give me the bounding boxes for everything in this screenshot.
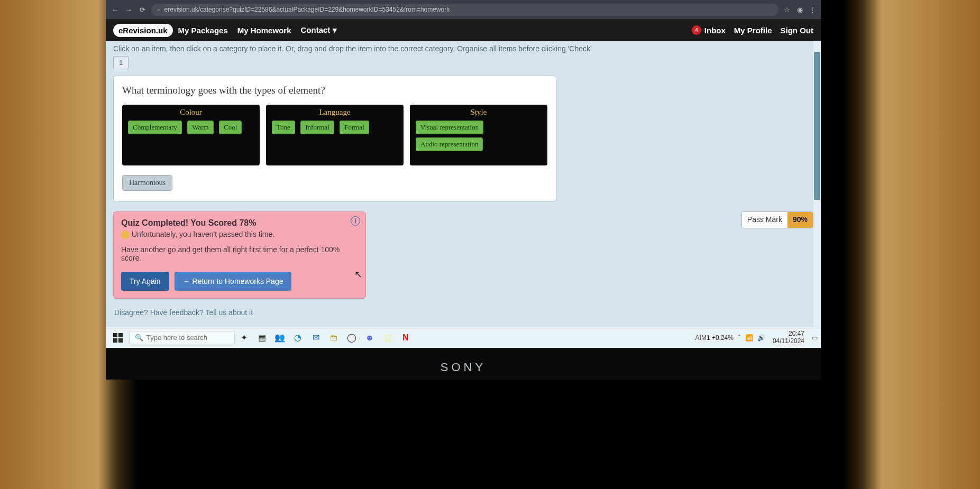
nav-my-packages[interactable]: My Packages	[178, 26, 228, 35]
forward-icon[interactable]: →	[124, 6, 133, 14]
address-bar[interactable]: ◦ erevision.uk/categorise?quizID=22586&a…	[151, 4, 778, 16]
browser-toolbar: ← → ⟳ ◦ erevision.uk/categorise?quizID=2…	[106, 0, 821, 19]
item-chip[interactable]: Audio representation	[416, 137, 483, 151]
return-homeworks-button[interactable]: ← Return to Homeworks Page	[175, 272, 292, 291]
passmark-badge: Pass Mark 90%	[741, 211, 813, 228]
site-info-icon[interactable]: ◦	[158, 6, 160, 14]
taskbar-search-input[interactable]	[146, 334, 221, 342]
url-text: erevision.uk/categorise?quizID=22586&act…	[164, 6, 450, 13]
passmark-value: 90%	[787, 212, 813, 228]
item-chip[interactable]: Formal	[340, 121, 369, 134]
item-chip[interactable]: Complementary	[128, 121, 182, 134]
task-view-icon[interactable]: ▤	[256, 332, 268, 344]
system-tray: AIM1 +0.24% ˄ 📶 🔊 20:47 04/11/2024 ▭	[695, 330, 818, 344]
item-chip[interactable]: Visual representation	[416, 121, 483, 134]
result-line2: Have another go and get them all right f…	[121, 245, 359, 262]
tray-chevron-up-icon[interactable]: ˄	[738, 334, 741, 342]
sad-face-icon	[121, 230, 130, 239]
svg-rect-3	[118, 338, 123, 343]
category-style[interactable]: Style Visual representation Audio repres…	[410, 105, 547, 165]
browser-menu-icon[interactable]: ⋮	[808, 6, 817, 14]
unplaced-item-chip[interactable]: Harmonious	[122, 175, 172, 191]
outlook-icon[interactable]: ✉	[310, 332, 322, 344]
edge-icon[interactable]: ◔	[292, 332, 304, 344]
category-colour[interactable]: Colour Complementary Warm Cool	[122, 105, 260, 165]
question-text: What terminology goes with the types of …	[122, 85, 547, 96]
svg-rect-0	[113, 333, 117, 337]
result-title: Quiz Completed! You Scored 78%	[121, 218, 359, 228]
nav-my-profile[interactable]: My Profile	[734, 26, 772, 35]
svg-rect-2	[113, 338, 117, 343]
wifi-icon[interactable]: 📶	[745, 334, 753, 342]
volume-icon[interactable]: 🔊	[757, 334, 765, 342]
scrollbar-thumb[interactable]	[814, 52, 820, 200]
taskbar-search[interactable]: 🔍	[129, 331, 235, 344]
try-again-button[interactable]: Try Again	[121, 272, 169, 291]
copilot-icon[interactable]: ✦	[238, 332, 250, 344]
caret-down-icon: ▾	[333, 25, 337, 34]
stock-widget[interactable]: AIM1 +0.24%	[695, 334, 734, 342]
site-topbar: eRevision.uk My Packages My Homework Con…	[106, 19, 821, 41]
windows-taskbar: 🔍 ✦ ▤ 👥 ◔ ✉ 🗀 ◯ ☻ ◌ N AIM1 +0.24% ˄ 📶 🔊 …	[106, 327, 821, 348]
category-language[interactable]: Language Tone Informal Formal	[266, 105, 404, 165]
inbox-count-badge[interactable]: 4	[692, 25, 701, 35]
search-icon: 🔍	[135, 334, 143, 342]
item-chip[interactable]: Warm	[187, 121, 213, 134]
item-chip[interactable]: Cool	[219, 121, 242, 134]
instructions-text: Click on an item, then click on a catego…	[106, 41, 821, 54]
bookmark-star-icon[interactable]: ☆	[783, 6, 791, 14]
question-number-chip[interactable]: 1	[113, 56, 129, 69]
passmark-label: Pass Mark	[742, 212, 787, 228]
nav-inbox[interactable]: Inbox	[704, 26, 726, 35]
discord-icon[interactable]: ☻	[364, 332, 375, 344]
file-explorer-icon[interactable]: 🗀	[328, 332, 340, 344]
category-title: Style	[414, 108, 543, 117]
nav-contact[interactable]: Contact ▾	[300, 25, 336, 35]
laptop-bezel-brand: SONY	[106, 348, 821, 380]
category-title: Language	[270, 108, 399, 117]
svg-rect-1	[118, 333, 123, 337]
back-icon[interactable]: ←	[110, 6, 120, 14]
nav-sign-out[interactable]: Sign Out	[781, 26, 814, 35]
nav-my-homework[interactable]: My Homework	[237, 26, 291, 35]
notifications-icon[interactable]: ▭	[812, 334, 818, 342]
start-button[interactable]	[112, 332, 124, 344]
info-icon[interactable]: i	[351, 216, 360, 226]
result-panel: i Quiz Completed! You Scored 78% Unfortu…	[113, 211, 366, 299]
result-line1: Unfortunately, you haven't passed this t…	[121, 230, 359, 239]
profile-icon[interactable]: ◉	[795, 6, 804, 14]
brand-logo[interactable]: eRevision.uk	[113, 24, 173, 37]
category-title: Colour	[126, 108, 255, 117]
reload-icon[interactable]: ⟳	[138, 6, 147, 14]
snapchat-icon[interactable]: ◌	[382, 332, 393, 344]
quiz-card: What terminology goes with the types of …	[113, 76, 556, 202]
item-chip[interactable]: Tone	[272, 121, 295, 134]
teams-icon[interactable]: 👥	[274, 332, 286, 344]
item-chip[interactable]: Informal	[300, 121, 334, 134]
clock[interactable]: 20:47 04/11/2024	[773, 330, 804, 344]
feedback-link[interactable]: Disagree? Have feedback? Tell us about i…	[114, 308, 253, 317]
netflix-icon[interactable]: N	[400, 332, 411, 344]
scrollbar[interactable]	[813, 41, 821, 359]
chrome-icon[interactable]: ◯	[346, 332, 358, 344]
page-content: Click on an item, then click on a catego…	[106, 41, 821, 359]
